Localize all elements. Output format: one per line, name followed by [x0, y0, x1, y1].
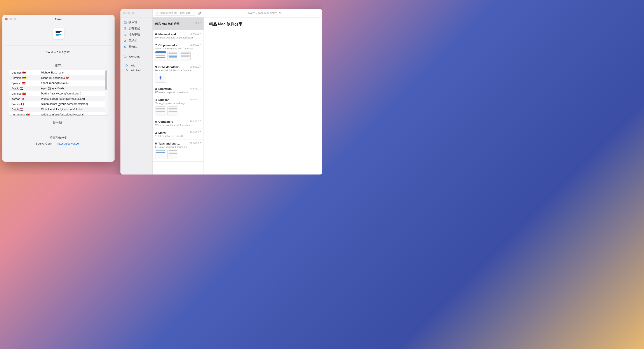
content-title: 精品 Mac 软件分享 — [209, 22, 317, 27]
table-row: Ukrainian🇺🇦Olena Hlushchenko ❤️ — [10, 75, 108, 80]
minimize-traffic-light[interactable] — [128, 12, 130, 14]
sidebar: 收集箱 所有笔记 待办事项 无标签 回收站 Welcome — [120, 18, 152, 174]
search-icon — [156, 12, 159, 15]
thumbnail — [168, 51, 178, 61]
note-title: 8. Containers — [155, 120, 188, 123]
note-preview: 1. Introduction 2. Links 3. — [155, 135, 201, 137]
lightning-icon — [158, 75, 163, 80]
close-traffic-light[interactable] — [5, 18, 8, 20]
note-date: 2024/5/27 — [190, 98, 201, 102]
thumbnail — [168, 150, 178, 159]
zoom-traffic-light[interactable] — [132, 12, 134, 14]
sidebar-tag-hello[interactable]: › hello — [120, 63, 152, 68]
deps-heading: 框架和依赖项: — [50, 136, 68, 140]
translations-table: Deutsch 🇩🇪Michael Barzmann Ukrainian🇺🇦Ol… — [10, 70, 108, 116]
note-date: 2024/5/27 — [190, 142, 201, 145]
about-traffic-lights — [5, 18, 16, 20]
svg-point-0 — [157, 12, 158, 14]
note-title: 7. Git powered v... — [155, 44, 188, 47]
translations-table-container: Deutsch 🇩🇪Michael Barzmann Ukrainian🇺🇦Ol… — [9, 70, 108, 116]
note-item[interactable]: 9. GFM Markdown 2024/5/27 Headers h1-h6 … — [152, 63, 204, 85]
note-item[interactable]: 2. Links 2024/5/27 1. Introduction 2. Li… — [152, 129, 204, 140]
note-date: 2024/5/27 — [190, 32, 201, 36]
svg-line-1 — [158, 14, 158, 14]
note-preview: Mermaid example Documentation: — [155, 36, 201, 39]
sidebar-tag-unlimited[interactable]: › unlimited — [120, 68, 152, 73]
folder-icon — [124, 55, 127, 58]
note-time: 02:22 — [194, 22, 201, 26]
table-row: French 🇫🇷Simon Jornet (github.com/jornet… — [10, 102, 108, 107]
note-item[interactable]: 精品 Mac 软件分享 02:22 — [152, 18, 204, 30]
note-date: 2024/5/27 — [190, 131, 201, 134]
dep-name: SoulverCore – — [36, 142, 54, 145]
scrollbar[interactable] — [105, 70, 108, 116]
compose-icon — [198, 11, 201, 15]
sidebar-item-all-notes[interactable]: 所有笔记 — [120, 25, 152, 32]
table-row: Korean 🇰🇷Wonsup Yoon (pusnow@kaist.ac.kr… — [10, 96, 108, 102]
icon-design-heading: 图标设计: — [52, 120, 65, 124]
note-preview: FSNotes version 4 brings an — [155, 146, 201, 148]
note-title: 9. GFM Markdown — [155, 66, 188, 69]
note-title: 6. Mermaid and... — [155, 32, 188, 36]
note-title: 5. Tags and subt... — [155, 142, 188, 145]
trash-icon — [124, 45, 127, 48]
notes-icon — [124, 27, 127, 30]
untagged-icon — [124, 39, 127, 42]
note-content[interactable]: 精品 Mac 软件分享 — [204, 18, 322, 174]
sidebar-item-trash[interactable]: 回收站 — [120, 44, 152, 50]
note-title: 2. Links — [155, 131, 188, 134]
note-item[interactable]: 4. Sidebar 2024/5/27 To toggle projects … — [152, 96, 204, 118]
svg-point-12 — [124, 35, 124, 36]
notes-list[interactable]: 精品 Mac 软件分享 02:22 6. Mermaid and... 2024… — [152, 18, 204, 174]
note-title: 4. Sidebar — [155, 98, 188, 102]
thumbnail — [155, 150, 166, 159]
note-item[interactable]: 8. Containers 2024/5/27 What are contain… — [152, 118, 204, 129]
search-placeholder: 搜索或创建 (按下回车创建 — [160, 12, 190, 15]
svg-rect-19 — [158, 77, 160, 77]
inbox-icon — [124, 21, 127, 24]
table-row: Portuguese 🇵🇹reddit.com/user/endallbeall… — [10, 112, 108, 116]
sidebar-item-todo[interactable]: 待办事项 — [120, 32, 152, 38]
sidebar-item-untagged[interactable]: 无标签 — [120, 38, 152, 44]
sidebar-item-inbox[interactable]: 收集箱 — [120, 19, 152, 25]
fsnotes-titlebar: 搜索或创建 (按下回车创建 FSNotes › 精品 Mac 软件分享 — [120, 9, 322, 18]
note-preview: Headers h1-h6 Shortcut: `cmd + — [155, 69, 201, 72]
note-title: 3. Shortcuts — [155, 87, 188, 90]
note-item[interactable]: 7. Git powered v... 2024/5/27 Save note … — [152, 41, 204, 63]
table-row: Spanish 🇪🇸aonez (aone@keka.io) — [10, 80, 108, 86]
note-date: 2024/5/27 — [190, 66, 201, 69]
tag-icon — [125, 64, 128, 67]
todo-icon — [124, 33, 127, 36]
thumbnail — [155, 106, 166, 116]
tag-icon — [125, 69, 128, 72]
thumbnail — [180, 51, 190, 61]
note-preview: To toggle projects and tags — [155, 102, 201, 104]
thumbnail — [155, 73, 166, 83]
close-traffic-light[interactable] — [123, 12, 126, 14]
svg-rect-18 — [158, 76, 160, 76]
table-row: Dutch 🇳🇱Chris Hendriks (github.com/oliki… — [10, 107, 108, 112]
svg-point-11 — [124, 34, 124, 35]
fsnotes-window: 搜索或创建 (按下回车创建 FSNotes › 精品 Mac 软件分享 收集箱 … — [120, 9, 322, 174]
scrollbar-knob[interactable] — [105, 70, 107, 90]
search-input[interactable]: 搜索或创建 (按下回车创建 — [155, 11, 195, 16]
note-item[interactable]: 3. Shortcuts 2024/5/27 FSNotes respects … — [152, 85, 204, 96]
note-preview: FSNotes respects mouseless — [155, 91, 201, 94]
note-item[interactable]: 5. Tags and subt... 2024/5/27 FSNotes ve… — [152, 140, 204, 162]
dep-link[interactable]: https://soulver.com — [58, 142, 81, 145]
table-row: Deutsch 🇩🇪Michael Barzmann — [10, 70, 108, 75]
note-date: 2024/5/27 — [190, 87, 201, 90]
chevron-right-icon: › — [122, 64, 124, 67]
note-item[interactable]: 6. Mermaid and... 2024/5/27 Mermaid exam… — [152, 30, 204, 41]
note-date: 2024/5/27 — [190, 120, 201, 123]
sidebar-item-welcome[interactable]: Welcome — [120, 54, 152, 59]
note-preview: What are containers? A 'container' — [155, 124, 201, 126]
zoom-traffic-light[interactable] — [14, 18, 16, 20]
note-date: 2024/5/27 — [190, 44, 201, 47]
minimize-traffic-light[interactable] — [10, 18, 12, 20]
fsnotes-traffic-lights — [123, 12, 134, 14]
compose-button[interactable] — [197, 11, 202, 16]
about-title: About — [2, 15, 114, 24]
note-preview: Save note revisions with `cmd + s` — [155, 47, 201, 50]
thumbnail — [168, 106, 178, 116]
